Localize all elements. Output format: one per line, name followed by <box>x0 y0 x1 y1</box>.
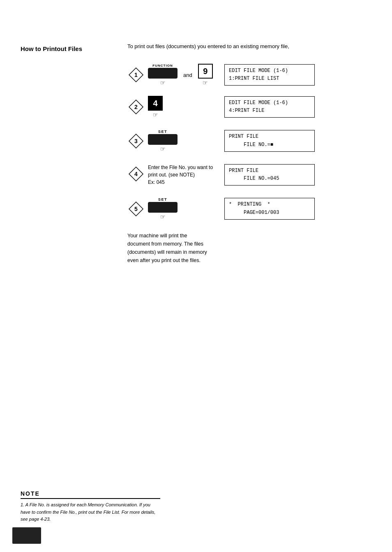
function-label: FUNCTION <box>152 64 173 67</box>
function-key[interactable]: FUNCTION ☞ <box>148 64 178 86</box>
finger-icon-set3: ☞ <box>160 146 166 152</box>
finger-icon-1: ☞ <box>160 79 166 86</box>
set-label-3: SET <box>158 130 167 134</box>
finger-icon-9: ☞ <box>203 79 208 86</box>
key-4[interactable]: 4 ☞ <box>148 96 163 118</box>
and-text: and <box>183 72 192 78</box>
step-5-row: 5 SET ☞ * PRINTING * PAGE=001/003 <box>127 196 382 220</box>
step-4-row: 4 Enter the File No. you want to print o… <box>127 162 382 186</box>
svg-text:2: 2 <box>134 104 138 110</box>
section-title: How to Printout Files <box>21 45 82 52</box>
set-label-5: SET <box>158 197 167 202</box>
display-4: PRINT FILE FILE NO.=045 <box>224 164 315 186</box>
svg-text:3: 3 <box>134 138 138 144</box>
svg-text:4: 4 <box>134 171 138 177</box>
set-key-3[interactable]: SET ☞ <box>148 130 178 152</box>
set-key-5[interactable]: SET ☞ <box>148 197 178 220</box>
svg-text:5: 5 <box>134 206 138 212</box>
step-1-row: 1 FUNCTION ☞ and 9 ☞ EDIT FILE MODE (1-6… <box>127 60 382 86</box>
display-1: EDIT FILE MODE (1-6) 1:PRINT FILE LIST <box>224 64 315 86</box>
note-section: NOTE 1. A File No. is assigned for each … <box>21 490 160 523</box>
step-2-badge: 2 <box>127 98 145 116</box>
step-4-desc: Enter the File No. you want to print out… <box>148 164 213 186</box>
key-4-box: 4 <box>148 96 163 111</box>
intro-text: To print out files (documents) you enter… <box>127 43 366 49</box>
finger-icon-set5: ☞ <box>160 213 166 220</box>
note-title: NOTE <box>21 490 160 499</box>
step-3-row: 3 SET ☞ PRINT FILE FILE NO.=■ <box>127 128 382 152</box>
note-text: 1. A File No. is assigned for each Memor… <box>21 501 160 523</box>
step-2-row: 2 4 ☞ EDIT FILE MODE (1-6) 4:PRINT FILE <box>127 96 382 118</box>
step-5-badge: 5 <box>127 200 145 218</box>
main-content: 1 FUNCTION ☞ and 9 ☞ EDIT FILE MODE (1-6… <box>127 60 382 264</box>
footer-text: Your machine will print the document fro… <box>127 232 210 264</box>
key-9[interactable]: 9 ☞ <box>198 64 213 86</box>
finger-icon-4: ☞ <box>153 111 158 118</box>
display-2: EDIT FILE MODE (1-6) 4:PRINT FILE <box>224 96 315 118</box>
svg-text:1: 1 <box>134 72 138 78</box>
display-5: * PRINTING * PAGE=001/003 <box>224 198 315 219</box>
key-9-box: 9 <box>198 64 213 79</box>
display-3: PRINT FILE FILE NO.=■ <box>224 130 315 151</box>
step-1-badge: 1 <box>127 66 145 83</box>
bottom-logo <box>12 527 41 544</box>
step-3-badge: 3 <box>127 132 145 150</box>
step-4-badge: 4 <box>127 165 145 183</box>
